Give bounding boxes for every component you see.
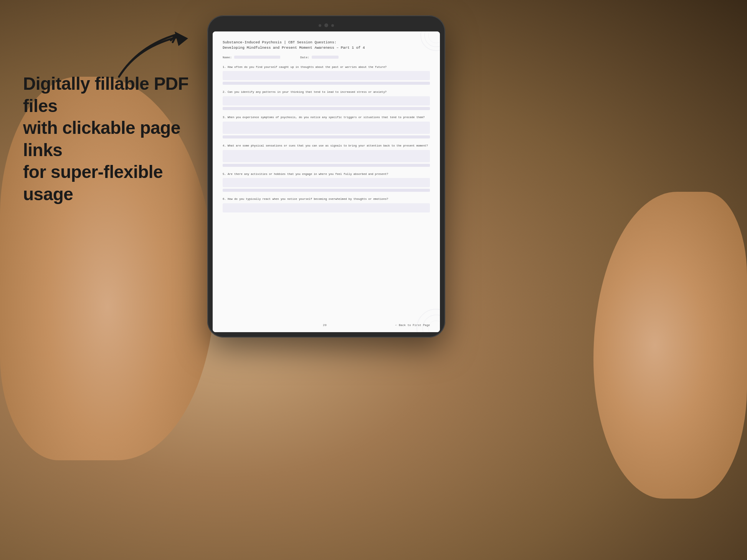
question-4-text: 4. What are some physical sensations or …: [223, 144, 430, 148]
question-1: 1. How often do you find yourself caught…: [223, 65, 430, 85]
camera-dot-1: [319, 24, 321, 27]
answer-line-5: [223, 189, 430, 192]
answer-box-5[interactable]: [223, 178, 430, 187]
promo-line3: for super-flexible usage: [23, 162, 163, 204]
page-number: 20: [254, 323, 395, 327]
camera-dot-3: [331, 24, 334, 27]
answer-box-3[interactable]: [223, 122, 430, 134]
tablet-screen: Substance-Induced Psychosis | CBT Sessio…: [213, 31, 440, 332]
name-label: Name:: [223, 56, 232, 59]
camera-dot-2: [324, 23, 328, 27]
question-3-text: 3. When you experience symptoms of psych…: [223, 115, 430, 120]
svg-point-4: [423, 315, 440, 332]
document-page: Substance-Induced Psychosis | CBT Sessio…: [213, 31, 440, 332]
question-1-text: 1. How often do you find yourself caught…: [223, 65, 430, 69]
answer-box-6[interactable]: [223, 203, 430, 212]
question-4: 4. What are some physical sensations or …: [223, 144, 430, 167]
promo-heading: Digitally fillable PDF files with clicka…: [23, 73, 215, 205]
answer-box-4[interactable]: [223, 150, 430, 162]
answer-line-1: [223, 82, 430, 85]
question-5-text: 5. Are there any activities or hobbies t…: [223, 172, 430, 176]
answer-line-4: [223, 164, 430, 167]
question-6: 6. How do you typically react when you n…: [223, 197, 430, 212]
question-6-text: 6. How do you typically react when you n…: [223, 197, 430, 201]
answer-line-3: [223, 135, 430, 138]
corner-decoration-bottom: [386, 294, 440, 332]
answer-line-2: [223, 107, 430, 110]
svg-point-2: [428, 31, 440, 43]
promo-text-block: Digitally fillable PDF files with clicka…: [23, 73, 215, 205]
question-2: 2. Can you identify any patterns in your…: [223, 90, 430, 110]
question-2-text: 2. Can you identify any patterns in your…: [223, 90, 430, 94]
promo-line2: with clickable page links: [23, 118, 180, 160]
svg-point-0: [421, 31, 440, 51]
answer-box-2[interactable]: [223, 96, 430, 105]
date-input-field[interactable]: [312, 56, 339, 59]
promo-line1: Digitally fillable PDF files: [23, 74, 188, 116]
camera-bar: [213, 22, 440, 28]
tablet-device: Substance-Induced Psychosis | CBT Sessio…: [207, 15, 445, 338]
date-label: Date:: [300, 56, 309, 59]
corner-decoration-top: [394, 31, 440, 62]
svg-point-1: [425, 31, 440, 47]
question-3: 3. When you experience symptoms of psych…: [223, 115, 430, 138]
question-5: 5. Are there any activities or hobbies t…: [223, 172, 430, 192]
name-input-field[interactable]: [234, 56, 280, 59]
answer-box-1[interactable]: [223, 71, 430, 80]
svg-point-5: [428, 321, 440, 332]
